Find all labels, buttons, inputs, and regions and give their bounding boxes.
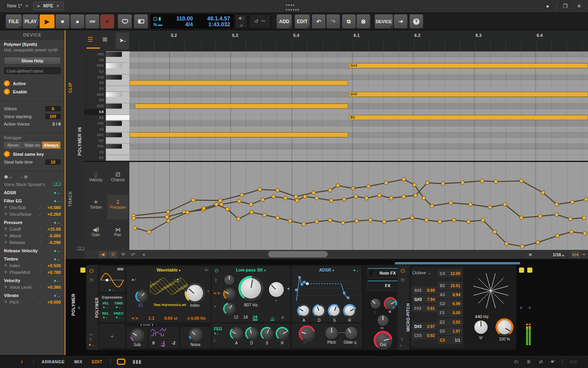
file-button[interactable]: FILE — [5, 14, 22, 29]
chain-add-button[interactable]: + — [77, 304, 81, 311]
pressure-point[interactable] — [583, 231, 586, 235]
note-chase-icon[interactable]: σ° — [129, 251, 138, 258]
pressure-point[interactable] — [237, 199, 241, 203]
filter-power-icon[interactable]: ⏻ — [215, 268, 219, 273]
mod-arrow-icon[interactable]: ●→ — [54, 248, 61, 253]
pressure-point[interactable] — [377, 193, 381, 197]
pressure-point[interactable] — [425, 181, 429, 184]
env-knob-R[interactable] — [277, 328, 287, 339]
env-knob-S[interactable] — [262, 328, 272, 339]
adsr-mod-arrow-icon[interactable]: ●→ — [354, 268, 359, 272]
freq-knob[interactable] — [474, 321, 488, 334]
undo-button[interactable]: ↶ — [312, 14, 326, 29]
piano-key-D3[interactable] — [106, 97, 129, 103]
pitch-row-F3[interactable]: F35.00 — [437, 309, 463, 317]
pressure-point[interactable] — [283, 196, 287, 200]
piano-key-G3[interactable] — [106, 69, 129, 75]
pressure-point[interactable] — [422, 196, 425, 200]
pressure-point[interactable] — [430, 204, 434, 208]
piano-key-E2[interactable] — [106, 155, 129, 161]
resonance-knob[interactable] — [269, 282, 284, 297]
osc-mode-icons[interactable]: ☆ ▸ | — [173, 277, 181, 281]
browser-folder-icon[interactable]: 🗀 — [514, 359, 519, 364]
mod-source-pressure[interactable]: Pressure●→ — [4, 220, 61, 225]
polymer-power-icon[interactable]: ⏻ — [89, 268, 93, 274]
expression-mod-pres[interactable]: PRES●→ — [112, 312, 125, 319]
adsr-title[interactable]: ADSR ▾ — [292, 266, 361, 272]
pitch-slider-icon[interactable]: ◂𝄙▸ — [131, 316, 138, 321]
env-knob-A[interactable] — [299, 306, 309, 316]
overdub-button[interactable]: σw — [85, 14, 100, 29]
osc-ratio[interactable]: 1:1 — [148, 316, 154, 321]
view-tab-arrange[interactable]: ARRANGE — [42, 359, 65, 364]
pressure-point[interactable] — [488, 205, 492, 209]
midi-note-F3[interactable] — [129, 80, 348, 86]
osc-detune-st[interactable]: 0.00 st — [164, 316, 178, 321]
restore-button[interactable]: ❐ — [563, 3, 568, 9]
expression-tab-timbre[interactable]: ☀Timbre — [85, 195, 107, 219]
polymer-color-swatch[interactable] — [80, 268, 85, 273]
audition-icon[interactable]: ◀ — [98, 251, 107, 258]
pressure-point[interactable] — [225, 207, 229, 211]
pressure-point[interactable] — [202, 206, 205, 210]
feg-shape-icon[interactable]: ⸾⌁ — [213, 339, 217, 342]
filter-slope-12[interactable]: 12 — [234, 315, 238, 321]
pressure-point[interactable] — [568, 217, 572, 220]
pitch-row-D#3[interactable]: D#32.97 — [412, 322, 437, 330]
pressure-point[interactable] — [165, 215, 169, 219]
sub-knob[interactable] — [132, 330, 143, 341]
pressure-point[interactable] — [263, 213, 266, 217]
pressure-point[interactable] — [541, 191, 544, 194]
freq-value[interactable]: 440 Hz — [468, 314, 495, 319]
pitch-row-D3[interactable]: D31.97 — [437, 327, 463, 335]
stacking-value[interactable]: Off — [45, 114, 61, 119]
pressure-point[interactable] — [425, 218, 428, 222]
unison-knob[interactable] — [137, 291, 146, 301]
pressure-point[interactable] — [461, 180, 464, 184]
follow-playhead-icon[interactable]: ▶ — [529, 252, 532, 257]
adaptive-grid-icon[interactable]: ⇥̩ — [581, 252, 585, 257]
view-tab-edit[interactable]: EDIT — [92, 359, 102, 364]
device-view-button[interactable]: DEVICE — [374, 14, 393, 29]
pressure-point[interactable] — [468, 202, 472, 206]
snap-value[interactable]: 1/16 ▴ — [553, 252, 564, 257]
pressure-point[interactable] — [191, 198, 195, 202]
track-tab[interactable]: TRACK — [68, 191, 73, 207]
redo-button[interactable]: ↷ — [326, 14, 340, 29]
empty-mod-slot[interactable]: + — [99, 324, 125, 348]
noise-knob[interactable] — [190, 329, 201, 340]
adsr-envelope-graph[interactable] — [295, 274, 358, 302]
expression-tab-pan[interactable]: ⋈Pan — [107, 222, 129, 247]
pressure-point[interactable] — [368, 218, 372, 222]
osc-menu-icon[interactable]: ≡ — [207, 289, 209, 293]
pressure-point[interactable] — [329, 199, 333, 202]
pitch-row-B3[interactable]: B310.91 — [437, 282, 463, 290]
voices-value[interactable]: 6 — [45, 106, 61, 111]
lfo-mod-arrow-icon[interactable]: ●→ — [109, 288, 115, 292]
piano-key-C3[interactable] — [106, 109, 129, 115]
pan-knob[interactable] — [377, 315, 388, 326]
polymer-grid-icon[interactable]: ⠿ — [89, 338, 92, 342]
index-knob[interactable] — [187, 285, 203, 301]
piano-key-F#2[interactable] — [106, 144, 129, 149]
mod-out-tab[interactable]: ◉→ — [4, 174, 13, 179]
pitch-row-G#3[interactable]: G#37.94 — [412, 295, 437, 303]
pressure-point[interactable] — [240, 193, 243, 197]
pressure-point[interactable] — [402, 177, 405, 181]
pressure-point[interactable] — [295, 199, 299, 202]
midi-note-C#3[interactable] — [135, 104, 348, 109]
grid-view-icon[interactable]: ▦ — [102, 36, 107, 42]
note-grid[interactable]: G#3D#3B2 — [129, 51, 588, 161]
octave-label[interactable]: Octave → — [412, 270, 432, 275]
pressure-point[interactable] — [493, 230, 496, 233]
pressure-point[interactable] — [272, 195, 275, 198]
close-button[interactable]: ✕ — [577, 3, 581, 9]
tab-mpe[interactable]: ▶ MPE ✕ — [33, 2, 64, 10]
pressure-point[interactable] — [555, 202, 558, 206]
mod-arrow-icon[interactable]: ●→ — [54, 190, 61, 195]
feg-mod-arrow-icon[interactable]: ●→ — [214, 332, 220, 335]
pressure-point[interactable] — [315, 220, 318, 223]
micropitch-preset-icon[interactable]: 🗀 — [401, 277, 405, 282]
pressure-point[interactable] — [480, 179, 484, 182]
active-toggle[interactable]: ✓ Active — [4, 80, 61, 86]
